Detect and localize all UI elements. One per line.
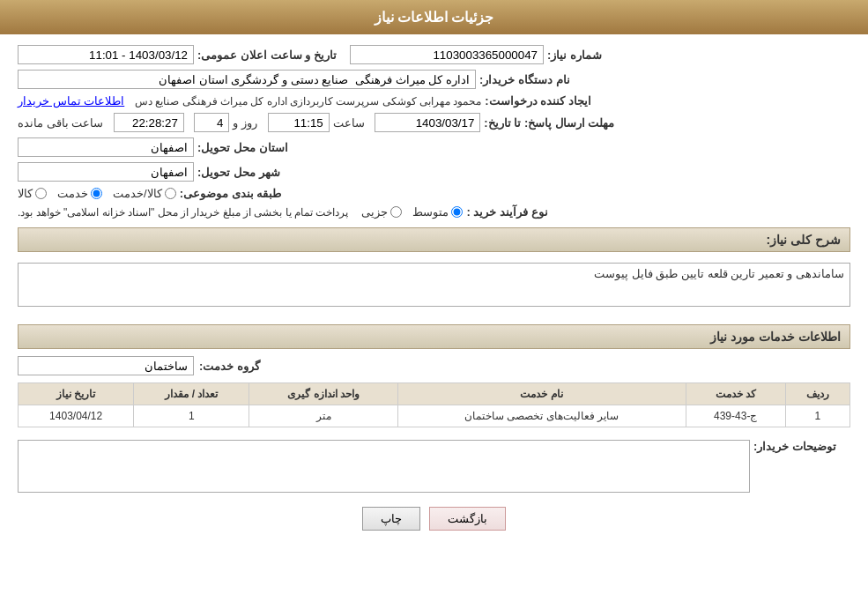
nooe-label: نوع فرآیند خرید : [466, 205, 563, 219]
radio-kala-khedmat-input[interactable] [165, 188, 176, 199]
tarikh-input[interactable] [18, 45, 194, 64]
page-wrapper: جزئیات اطلاعات نیاز شماره نیاز: تاریخ و … [0, 0, 868, 609]
radio-kala-input[interactable] [35, 188, 47, 199]
radio-motavasset-input[interactable] [451, 206, 463, 218]
cell-vahed: متر [249, 405, 397, 427]
sharh-desc-wrapper: ساماندهی و تعمیر تارین قلعه تایین طبق فا… [18, 259, 850, 316]
services-table-container: ردیف کد خدمت نام خدمت واحد اندازه گیری ت… [18, 382, 850, 427]
baqi-input[interactable] [114, 113, 184, 132]
row-dastgah: نام دستگاه خریدار: [18, 70, 850, 89]
radio-kala-khedmat[interactable]: کالا/خدمت [113, 187, 176, 200]
gorooh-label: گروه خدمت: [199, 360, 296, 373]
shahr-input[interactable] [18, 162, 194, 182]
col-name: نام خدمت [397, 383, 686, 405]
row-ostan: استان محل تحویل: [18, 137, 850, 157]
mohlat-date[interactable] [375, 113, 480, 132]
radio-jozi[interactable]: جزیی [361, 205, 402, 219]
row-gorooh: گروه خدمت: [18, 356, 850, 375]
shomara-label: شماره نیاز: [547, 48, 644, 62]
row-tabaqe: طبقه بندی موضوعی: کالا/خدمت خدمت کالا [18, 187, 850, 200]
ijad-link[interactable]: اطلاعات تماس خریدار [18, 94, 124, 108]
gorooh-input[interactable] [18, 356, 194, 375]
tawsif-label: توضیحات خریدار: [753, 440, 850, 453]
row-mohlat: مهلت ارسال پاسخ: تا تاریخ: ساعت روز و سا… [18, 113, 850, 132]
table-header-row: ردیف کد خدمت نام خدمت واحد اندازه گیری ت… [19, 383, 850, 405]
khadamat-section-title: اطلاعات خدمات مورد نیاز [18, 324, 850, 349]
tawsif-box [18, 440, 750, 493]
tabaqe-label: طبقه بندی موضوعی: [180, 187, 282, 200]
saat-label: ساعت [333, 116, 365, 130]
cell-kod: ج-43-439 [686, 405, 785, 427]
col-vahed: واحد اندازه گیری [249, 383, 397, 405]
ijad-value: محمود مهرابی کوشکی سرپرست کاربردازی ادار… [135, 95, 481, 108]
cell-tedad: 1 [134, 405, 249, 427]
cell-radif: 1 [785, 405, 849, 427]
button-row: بازگشت چاپ [18, 507, 850, 545]
btn-chap[interactable]: چاپ [362, 507, 420, 531]
nooe-radio-group: متوسط جزیی [361, 205, 463, 219]
rooz-input[interactable] [194, 113, 229, 132]
radio-khedmat-label: خدمت [57, 187, 88, 200]
row-ijad: ایجاد کننده درخواست: محمود مهرابی کوشکی … [18, 94, 850, 108]
main-content: شماره نیاز: تاریخ و ساعت اعلان عمومی: نا… [0, 34, 868, 555]
radio-jozi-label: جزیی [361, 205, 388, 219]
radio-jozi-input[interactable] [390, 206, 402, 218]
rooz-label: روز و [233, 116, 257, 130]
sharh-desc-box: ساماندهی و تعمیر تارین قلعه تایین طبق فا… [18, 263, 850, 307]
radio-kala[interactable]: کالا [18, 187, 47, 200]
cell-tarikh: 1403/04/12 [19, 405, 134, 427]
ostan-input[interactable] [18, 137, 194, 157]
shomara-input[interactable] [350, 45, 544, 64]
radio-khedmat[interactable]: خدمت [57, 187, 102, 200]
sharh-section-title: شرح کلی نیاز: [18, 227, 850, 252]
radio-motavasset[interactable]: متوسط [412, 205, 463, 219]
tabaqe-radio-group: کالا/خدمت خدمت کالا [18, 187, 176, 200]
radio-khedmat-input[interactable] [91, 188, 102, 199]
page-title: جزئیات اطلاعات نیاز [375, 10, 494, 25]
table-row: 1 ج-43-439 سایر فعالیت‌های تخصصی ساختمان… [19, 405, 850, 427]
baqi-label: ساعت باقی مانده [18, 116, 103, 130]
col-tedad: تعداد / مقدار [134, 383, 249, 405]
page-header: جزئیات اطلاعات نیاز [0, 0, 868, 34]
cell-name: سایر فعالیت‌های تخصصی ساختمان [397, 405, 686, 427]
col-kod: کد خدمت [686, 383, 785, 405]
row-nooe: نوع فرآیند خرید : متوسط جزیی پرداخت تمام… [18, 205, 850, 219]
tarikh-label: تاریخ و ساعت اعلان عمومی: [197, 48, 337, 62]
row-tawsif: توضیحات خریدار: [18, 436, 850, 493]
col-tarikh: تاریخ نیاز [19, 383, 134, 405]
shahr-label: شهر محل تحویل: [197, 166, 294, 179]
row-shomara: شماره نیاز: تاریخ و ساعت اعلان عمومی: [18, 45, 850, 64]
services-table: ردیف کد خدمت نام خدمت واحد اندازه گیری ت… [18, 382, 850, 427]
mohlat-label: مهلت ارسال پاسخ: تا تاریخ: [484, 116, 614, 130]
ijad-label: ایجاد کننده درخواست: [485, 94, 591, 108]
saat-input[interactable] [268, 113, 330, 132]
radio-motavasset-label: متوسط [412, 205, 449, 219]
row-shahr: شهر محل تحویل: [18, 162, 850, 182]
radio-kala-khedmat-label: کالا/خدمت [113, 187, 162, 200]
sharh-desc-text: ساماندهی و تعمیر تارین قلعه تایین طبق فا… [594, 267, 844, 280]
dastgah-input[interactable] [18, 70, 476, 89]
col-radif: ردیف [785, 383, 849, 405]
btn-bazgasht[interactable]: بازگشت [429, 507, 506, 531]
dastgah-label: نام دستگاه خریدار: [479, 73, 576, 86]
nooe-desc: پرداخت تمام یا بخشی از مبلغ خریدار از مح… [18, 206, 348, 219]
radio-kala-label: کالا [18, 187, 33, 200]
ostan-label: استان محل تحویل: [197, 141, 294, 154]
